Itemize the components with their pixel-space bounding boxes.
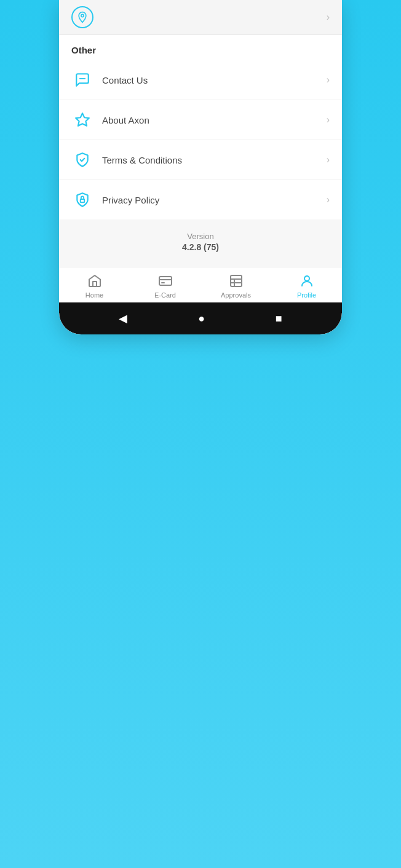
nav-item-home[interactable]: Home [76,272,113,299]
phone-wrapper: › Other Contact Us › [59,0,342,334]
partial-icon [71,6,93,28]
privacy-icon [71,189,93,211]
version-section: Version 4.2.8 (75) [59,219,342,267]
contact-us-chevron: › [327,74,330,85]
version-number: 4.2.8 (75) [59,242,342,252]
other-section: Other Contact Us › [59,35,342,219]
contact-us-icon [71,69,93,91]
privacy-chevron: › [327,194,330,205]
android-nav-bar: ◀ ● ■ [59,302,342,334]
phone-screen: › Other Contact Us › [59,0,342,334]
svg-rect-6 [231,275,242,286]
contact-us-label: Contact Us [102,75,327,85]
menu-item-about-axon[interactable]: About Axon › [59,100,342,140]
approvals-nav-label: Approvals [221,291,251,299]
about-axon-chevron: › [327,114,330,125]
svg-point-10 [304,276,309,281]
android-back-button[interactable]: ◀ [119,312,127,325]
about-axon-icon [71,109,93,131]
approvals-nav-icon [228,272,245,290]
ecard-nav-label: E-Card [154,291,176,299]
android-home-button[interactable]: ● [198,312,205,325]
bottom-nav: Home E-Card [59,267,342,302]
version-label: Version [59,232,342,241]
menu-item-contact-us[interactable]: Contact Us › [59,60,342,100]
profile-nav-icon [298,272,316,290]
terms-label: Terms & Conditions [102,155,327,165]
ecard-nav-icon [157,272,174,290]
svg-point-0 [81,14,84,17]
home-nav-label: Home [85,291,103,299]
about-axon-label: About Axon [102,115,327,125]
top-partial-item: › [59,0,342,35]
home-nav-icon [86,272,103,290]
privacy-label: Privacy Policy [102,195,327,205]
section-title: Other [59,35,342,60]
menu-item-privacy[interactable]: Privacy Policy › [59,180,342,219]
partial-chevron: › [327,12,330,23]
terms-chevron: › [327,154,330,165]
nav-item-profile[interactable]: Profile [288,272,325,299]
nav-item-ecard[interactable]: E-Card [147,272,184,299]
android-recents-button[interactable]: ■ [276,312,282,325]
menu-item-terms[interactable]: Terms & Conditions › [59,140,342,180]
terms-icon [71,149,93,171]
nav-item-approvals[interactable]: Approvals [218,272,255,299]
svg-marker-1 [76,113,89,126]
svg-rect-3 [159,277,172,285]
menu-list: Contact Us › About Axon › [59,60,342,219]
profile-nav-label: Profile [297,291,316,299]
